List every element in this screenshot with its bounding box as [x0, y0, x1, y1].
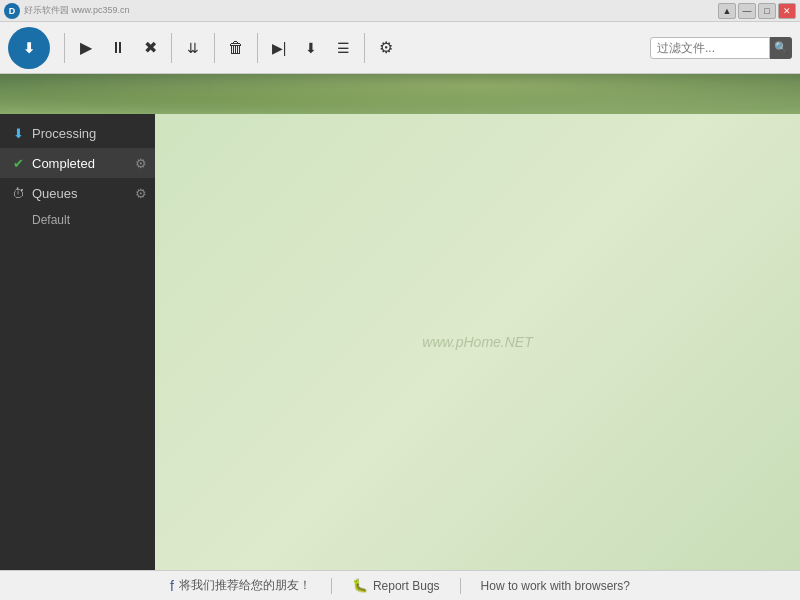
toolbar-divider-1: [64, 33, 65, 63]
footer-browser[interactable]: How to work with browsers?: [481, 579, 630, 593]
toolbar: ⬇ ▶ ⏸ ✖ ⇊ 🗑 ▶| ⬇ ☰ ⚙ 🔍: [0, 22, 800, 74]
delete-button[interactable]: 🗑: [221, 33, 251, 63]
sidebar-item-completed[interactable]: ✔ Completed ⚙: [0, 148, 155, 178]
queues-gear-icon[interactable]: ⚙: [135, 186, 147, 201]
logo-letter-main: ⬇: [23, 40, 35, 56]
clock-icon: ⏱: [10, 185, 26, 201]
content-watermark: www.pHome.NET: [422, 334, 532, 350]
play-button[interactable]: ▶: [71, 33, 101, 63]
download-button[interactable]: ⬇: [296, 33, 326, 63]
pause-button[interactable]: ⏸: [103, 33, 133, 63]
content-area: www.pHome.NET: [155, 114, 800, 570]
footer-divider-2: [460, 578, 461, 594]
processing-label: Processing: [32, 126, 96, 141]
film-button[interactable]: ▶|: [264, 33, 294, 63]
facebook-text: 将我们推荐给您的朋友！: [179, 577, 311, 594]
bug-text: Report Bugs: [373, 579, 440, 593]
footer-bugs[interactable]: 🐛 Report Bugs: [352, 578, 440, 593]
title-bar: D 好乐软件园 www.pc359.cn ▲ — □ ✕: [0, 0, 800, 22]
toolbar-divider-5: [364, 33, 365, 63]
sidebar: ⬇ Processing ✔ Completed ⚙ ⏱ Queues ⚙ De…: [0, 114, 155, 570]
search-input[interactable]: [650, 37, 770, 59]
minimize-button[interactable]: —: [738, 3, 756, 19]
check-icon: ✔: [10, 155, 26, 171]
footer-divider-1: [331, 578, 332, 594]
completed-gear-icon[interactable]: ⚙: [135, 156, 147, 171]
toolbar-divider-4: [257, 33, 258, 63]
footer: f 将我们推荐给您的朋友！ 🐛 Report Bugs How to work …: [0, 570, 800, 600]
search-container: 🔍: [650, 37, 792, 59]
queues-label: Queues: [32, 186, 78, 201]
footer-facebook[interactable]: f 将我们推荐给您的朋友！: [170, 577, 311, 594]
sidebar-item-processing[interactable]: ⬇ Processing: [0, 118, 155, 148]
title-bar-left: D 好乐软件园 www.pc359.cn: [4, 3, 130, 19]
close-button[interactable]: ✕: [778, 3, 796, 19]
main-layout: ⬇ Processing ✔ Completed ⚙ ⏱ Queues ⚙ De…: [0, 114, 800, 570]
browser-text: How to work with browsers?: [481, 579, 630, 593]
app-logo-small: D: [4, 3, 20, 19]
sort-button[interactable]: ⇊: [178, 33, 208, 63]
maximize-button[interactable]: □: [758, 3, 776, 19]
toolbar-divider-2: [171, 33, 172, 63]
restore-button[interactable]: ▲: [718, 3, 736, 19]
sidebar-sub-item-default[interactable]: Default: [0, 208, 155, 232]
window-controls: ▲ — □ ✕: [718, 3, 796, 19]
completed-label: Completed: [32, 156, 95, 171]
default-label: Default: [32, 213, 70, 227]
search-button[interactable]: 🔍: [770, 37, 792, 59]
logo-letter: D: [9, 6, 16, 16]
app-logo: ⬇: [8, 27, 50, 69]
toolbar-divider-3: [214, 33, 215, 63]
bug-icon: 🐛: [352, 578, 368, 593]
facebook-icon: f: [170, 578, 174, 594]
sidebar-item-queues[interactable]: ⏱ Queues ⚙: [0, 178, 155, 208]
nature-banner: [0, 74, 800, 114]
stop-button[interactable]: ✖: [135, 33, 165, 63]
download-icon: ⬇: [10, 125, 26, 141]
database-button[interactable]: ☰: [328, 33, 358, 63]
watermark-text: 好乐软件园 www.pc359.cn: [24, 4, 130, 17]
settings-button[interactable]: ⚙: [371, 33, 401, 63]
